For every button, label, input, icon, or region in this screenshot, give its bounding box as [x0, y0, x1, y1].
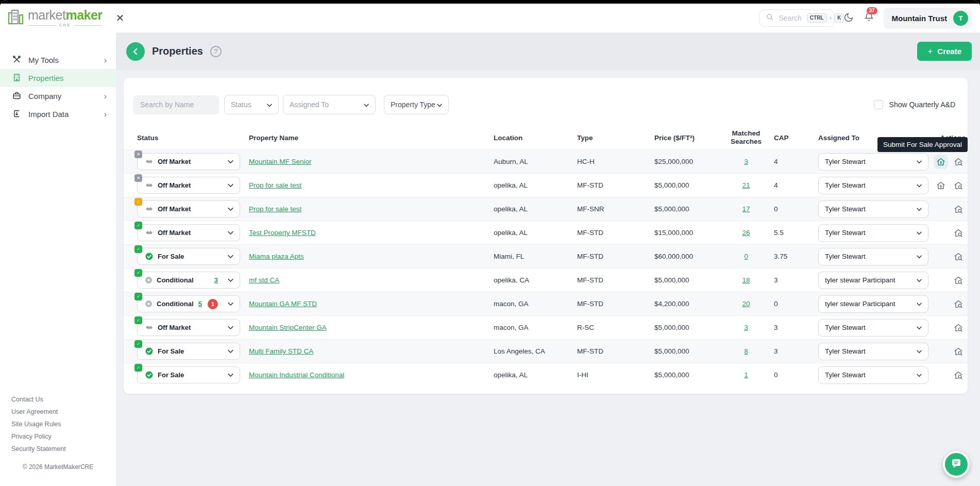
app-window: marketmaker CRE ✕ Search CTRL + K: [0, 0, 980, 486]
sidebar-item-properties[interactable]: Properties: [0, 69, 116, 87]
matched-searches-link[interactable]: 20: [742, 300, 750, 308]
assigned-to-select[interactable]: tyler stewar Participant: [818, 295, 928, 313]
svg-text:$: $: [940, 160, 942, 165]
property-type-filter-select[interactable]: Property Type: [384, 95, 449, 114]
footer-link-privacy-policy[interactable]: Privacy Policy: [0, 430, 116, 443]
location-cell: opelika, CA: [494, 276, 577, 284]
sidebar-item-label: Properties: [28, 74, 63, 82]
property-name-link[interactable]: Multi Family STD CA: [249, 347, 313, 355]
column-header-matched-searches: Matched Searches: [725, 129, 767, 146]
location-cell: macon, GA: [494, 324, 577, 331]
property-name-link[interactable]: Mountain MF Senior: [249, 158, 312, 165]
type-cell: HC-H: [577, 158, 654, 165]
status-dropdown[interactable]: Conditional 5 1: [137, 295, 240, 312]
search-by-name-input[interactable]: [133, 95, 219, 114]
status-count-link[interactable]: 3: [214, 276, 218, 284]
property-name-link[interactable]: Miama plaza Apts: [249, 253, 304, 260]
submit-for-sale-approval-button[interactable]: $: [934, 155, 948, 169]
status-dropdown[interactable]: Off Market: [137, 177, 240, 194]
chevron-right-icon: ›: [104, 56, 107, 65]
show-quarterly-checkbox[interactable]: [874, 100, 883, 109]
price-cell: $5,000,000: [654, 371, 725, 379]
property-search-button[interactable]: [951, 249, 966, 264]
status-dropdown[interactable]: Off Market: [137, 200, 240, 217]
matched-searches-link[interactable]: 8: [744, 347, 748, 355]
assigned-to-select[interactable]: Tyler Stewart: [818, 248, 928, 265]
status-dropdown[interactable]: For Sale: [137, 248, 240, 265]
assigned-to-filter-select[interactable]: Assigned To: [283, 95, 376, 114]
status-dropdown[interactable]: For Sale: [137, 343, 240, 360]
tools-icon: [12, 55, 21, 65]
footer-link-user-agreement[interactable]: User Agreement: [0, 406, 116, 418]
status-dropdown[interactable]: Off Market: [137, 153, 240, 170]
cap-cell: 3.75: [767, 253, 807, 260]
back-button[interactable]: [126, 42, 145, 61]
property-search-button[interactable]: [951, 321, 966, 335]
property-name-link[interactable]: Mountain GA MF STD: [249, 300, 317, 308]
help-icon[interactable]: ?: [210, 46, 222, 57]
global-search-input[interactable]: Search CTRL + K: [759, 9, 834, 27]
property-name-link[interactable]: Prop for sale test: [249, 181, 301, 189]
property-name-link[interactable]: Prop for sale test: [249, 205, 301, 213]
user-menu[interactable]: Mountain Trust T: [884, 8, 972, 29]
status-dropdown[interactable]: Conditional 3: [137, 272, 240, 289]
chevron-down-icon: [917, 276, 922, 284]
assigned-to-select[interactable]: Tyler Stewart: [818, 343, 928, 360]
matched-searches-link[interactable]: 17: [742, 205, 750, 213]
sidebar-item-company[interactable]: Company ›: [0, 87, 116, 105]
marketmaker-logo[interactable]: marketmaker CRE: [7, 8, 103, 28]
location-cell: macon, GA: [494, 300, 577, 308]
table-row: For Sale Mountain Industrial Conditional…: [124, 363, 968, 387]
submit-for-sale-approval-button[interactable]: $: [934, 178, 948, 193]
property-name-link[interactable]: Mountain Industrial Conditional: [249, 371, 344, 379]
assigned-to-select[interactable]: tyler stewar Participant: [818, 272, 928, 289]
chevron-down-icon: [917, 347, 922, 355]
property-search-button[interactable]: [951, 178, 966, 193]
assigned-to-select[interactable]: Tyler Stewart: [818, 177, 928, 194]
assigned-to-select[interactable]: Tyler Stewart: [818, 200, 928, 218]
property-search-button[interactable]: [951, 226, 966, 240]
matched-searches-link[interactable]: 3: [744, 324, 748, 331]
matched-searches-link[interactable]: 0: [744, 253, 748, 260]
status-dropdown[interactable]: Off Market: [137, 224, 240, 241]
property-search-button[interactable]: [951, 344, 966, 359]
create-button[interactable]: + Create: [917, 42, 972, 61]
footer-link-site-usage-rules[interactable]: Site Usage Rules: [0, 418, 116, 430]
price-cell: $60,000,000: [654, 253, 725, 260]
status-filter-select[interactable]: Status: [224, 95, 279, 114]
property-name-link[interactable]: mf std CA: [249, 276, 279, 284]
property-search-button[interactable]: [951, 297, 966, 311]
property-search-button[interactable]: [951, 368, 966, 382]
chat-button[interactable]: [943, 451, 970, 478]
logo-sub-cre: CRE: [59, 23, 71, 27]
property-name-link[interactable]: Mountain StripCenter GA: [249, 324, 327, 331]
show-quarterly-label: Show Quarterly A&D: [889, 100, 955, 109]
matched-searches-link[interactable]: 1: [744, 371, 748, 379]
status-dropdown[interactable]: Off Market: [137, 319, 240, 336]
property-search-button[interactable]: [951, 155, 966, 169]
check-circle-icon: [145, 371, 153, 379]
status-count-link[interactable]: 5: [198, 300, 202, 308]
property-name-link[interactable]: Test Property MFSTD: [249, 229, 316, 237]
sidebar-item-import-data[interactable]: Import Data ›: [0, 105, 116, 123]
assigned-to-select[interactable]: Tyler Stewart: [818, 366, 928, 384]
matched-searches-link[interactable]: 18: [742, 276, 750, 284]
assigned-to-select[interactable]: Tyler Stewart: [818, 319, 928, 337]
status-corner-badge: [134, 316, 142, 324]
matched-searches-link[interactable]: 21: [742, 181, 750, 189]
matched-searches-link[interactable]: 3: [744, 158, 748, 165]
footer-link-contact-us[interactable]: Contact Us: [0, 393, 116, 406]
footer-link-security-statement[interactable]: Security Statement: [0, 443, 116, 455]
cap-cell: 4: [767, 158, 807, 165]
assigned-to-select[interactable]: Tyler Stewart: [818, 224, 928, 242]
property-search-button[interactable]: [951, 273, 966, 288]
property-search-button[interactable]: [951, 202, 966, 216]
close-icon[interactable]: ✕: [116, 13, 125, 23]
notifications-button[interactable]: 37: [864, 12, 874, 24]
status-dropdown[interactable]: For Sale: [137, 366, 240, 383]
assigned-to-select[interactable]: Tyler Stewart: [818, 153, 928, 171]
chevron-down-icon: [917, 181, 922, 189]
matched-searches-link[interactable]: 26: [742, 229, 750, 237]
dark-mode-toggle[interactable]: [843, 12, 854, 24]
sidebar-item-my-tools[interactable]: My Tools ›: [0, 51, 116, 69]
